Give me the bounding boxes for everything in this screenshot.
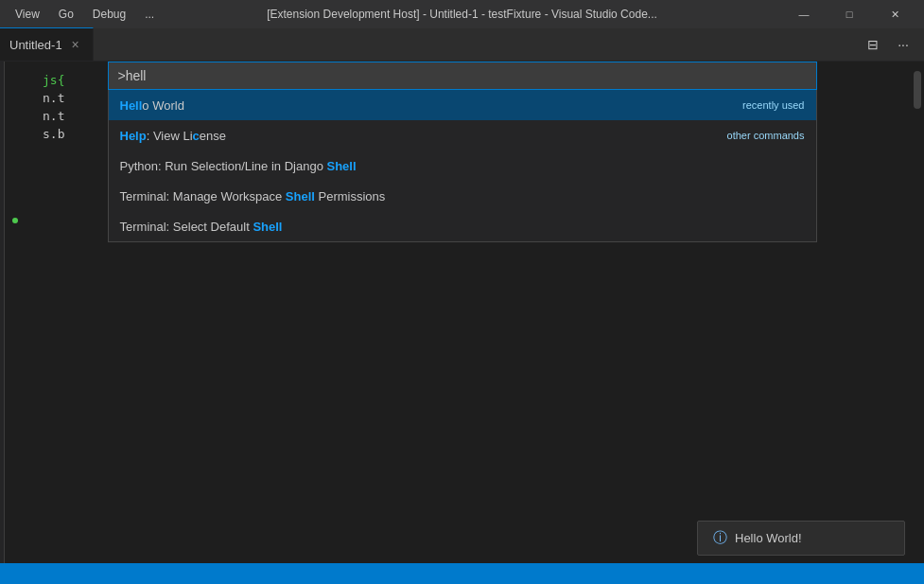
titlebar-menu: View Go Debug ... — [8, 6, 162, 23]
highlight-shell: Shell — [286, 189, 315, 204]
highlight-help: Help — [120, 129, 147, 143]
titlebar: View Go Debug ... [Extension Development… — [0, 0, 924, 28]
command-item-manage-shell[interactable]: Terminal: Manage Workspace Shell Permiss… — [109, 181, 816, 211]
maximize-button[interactable]: □ — [828, 0, 871, 28]
menu-view[interactable]: View — [8, 6, 47, 23]
command-item-label: Python: Run Selection/Line in Django She… — [120, 159, 357, 173]
recently-used-badge: recently used — [742, 99, 804, 111]
command-item-label: Terminal: Manage Workspace Shell Permiss… — [120, 189, 386, 204]
label-prefix: Terminal: Select Default — [120, 220, 253, 234]
label-suffix: Permissions — [315, 189, 385, 204]
command-item-help-license[interactable]: Help: View License other commands — [109, 120, 816, 150]
split-editor-button[interactable]: ⊟ — [860, 31, 886, 58]
label-rest: o World — [142, 98, 184, 113]
command-results: Hello World recently used Help: View Lic… — [108, 90, 817, 242]
tab-actions: ⊟ ··· — [860, 27, 924, 61]
notification-text: Hello World! — [735, 531, 802, 545]
other-commands-badge: other commands — [727, 130, 805, 141]
more-actions-button[interactable]: ··· — [890, 31, 916, 58]
notification-toast: ⓘ Hello World! — [697, 521, 905, 556]
menu-go[interactable]: Go — [51, 6, 81, 23]
scrollbar[interactable] — [911, 62, 924, 563]
tab-label: Untitled-1 — [9, 38, 62, 52]
highlight-shell: Shell — [326, 159, 356, 173]
command-item-label: Hello World — [120, 98, 184, 113]
label-rest2: ense — [200, 129, 226, 143]
minimize-button[interactable]: — — [782, 0, 826, 28]
command-input[interactable] — [118, 68, 807, 83]
tab-close-button[interactable]: × — [68, 37, 83, 52]
label-prefix: Terminal: Manage Workspace — [120, 189, 286, 204]
highlight-shell: Shell — [253, 220, 282, 234]
statusbar — [0, 563, 924, 584]
highlight-hell: Hell — [120, 98, 143, 113]
command-input-wrap[interactable] — [108, 62, 817, 90]
label-prefix: Python: Run Selection/Line in Django — [120, 159, 327, 173]
command-palette: Hello World recently used Help: View Lic… — [108, 62, 817, 242]
tab-untitled1[interactable]: Untitled-1 × — [0, 27, 94, 61]
green-marker — [12, 218, 18, 223]
command-item-default-shell[interactable]: Terminal: Select Default Shell — [109, 211, 816, 241]
command-item-label: Terminal: Select Default Shell — [120, 220, 283, 234]
menu-more[interactable]: ... — [137, 6, 162, 23]
command-item-hello-world[interactable]: Hello World recently used — [109, 90, 816, 120]
close-button[interactable]: ✕ — [873, 0, 916, 28]
window-controls: — □ ✕ — [782, 0, 916, 28]
info-icon: ⓘ — [713, 529, 727, 547]
command-item-python-shell[interactable]: Python: Run Selection/Line in Django She… — [109, 150, 816, 181]
window-title: [Extension Development Host] - Untitled-… — [267, 8, 657, 21]
command-item-label: Help: View License — [120, 129, 227, 143]
tabbar: Untitled-1 × ⊟ ··· — [0, 28, 924, 62]
menu-debug[interactable]: Debug — [85, 6, 133, 23]
label-rest: : View Li — [147, 129, 193, 143]
scrollbar-thumb — [914, 71, 921, 109]
